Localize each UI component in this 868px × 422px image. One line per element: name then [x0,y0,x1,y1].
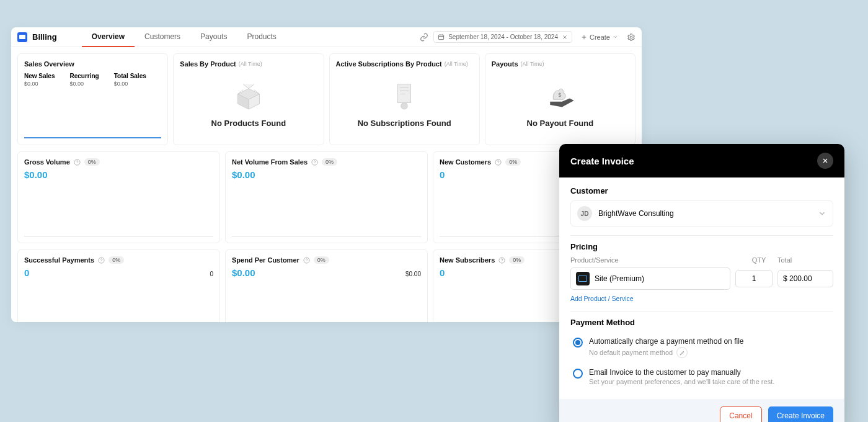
card-title: Payouts [492,60,518,68]
customer-name: BrightWave Consulting [598,209,812,218]
svg-point-1 [630,36,632,38]
metric-value: $0.00 [232,267,255,278]
help-icon[interactable] [311,159,318,166]
card-successful-payments: Successful Payments0% 00 [17,249,220,322]
plus-icon [581,34,587,40]
card-title: New Customers [440,158,491,166]
empty-text: No Payout Found [527,119,594,128]
metric-sub: $0.00 [405,271,421,277]
radio-label: Automatically charge a payment method on… [589,337,743,346]
total-sales-value: $0.00 [114,81,146,87]
svg-text:$: $ [559,91,562,97]
cancel-button[interactable]: Cancel [720,406,761,422]
create-invoice-modal: Create Invoice Customer JD BrightWave Co… [559,144,844,422]
calendar-icon [438,34,445,40]
help-icon[interactable] [98,257,105,264]
card-gross-volume: Gross Volume0% $0.00 [17,151,220,243]
tab-payouts[interactable]: Payouts [190,27,237,47]
badge: 0% [509,256,525,264]
create-button[interactable]: Create [577,32,622,43]
receipt-icon [386,79,423,114]
add-product-link[interactable]: Add Product / Service [570,295,833,302]
customer-select[interactable]: JD BrightWave Consulting [570,200,833,227]
product-name: Site (Premium) [595,274,644,283]
create-invoice-button[interactable]: Create Invoice [768,406,833,422]
card-title: New Subscribers [440,256,495,264]
help-icon[interactable] [498,257,505,264]
avatar: JD [577,206,592,221]
svg-rect-0 [439,35,444,39]
total-input[interactable] [777,270,833,287]
modal-header: Create Invoice [559,144,844,177]
empty-text: No Subscriptions Found [358,119,451,128]
card-title: Gross Volume [24,158,70,166]
payment-method-label: Payment Method [570,318,833,327]
badge: 0% [322,158,337,166]
tab-overview[interactable]: Overview [82,27,135,47]
recurring-value: $0.00 [69,81,99,87]
new-sales-label: New Sales [24,73,55,79]
help-icon[interactable] [74,159,81,166]
tab-customers[interactable]: Customers [135,27,190,47]
close-icon [822,157,829,164]
qty-input[interactable] [735,270,773,287]
badge: 0% [108,256,124,264]
svg-point-3 [401,102,408,109]
card-title: Sales Overview [24,60,161,68]
gear-icon[interactable] [627,33,636,42]
product-icon [576,272,590,285]
svg-rect-2 [398,84,411,102]
badge: 0% [314,256,329,264]
radio-icon [573,338,583,348]
radio-label: Email Invoice to the customer to pay man… [589,368,774,377]
app-window: Billing Overview Customers Payouts Produ… [11,27,642,322]
card-tag: (All Time) [521,61,544,67]
card-title: Successful Payments [24,256,94,264]
modal-footer: Cancel Create Invoice [559,399,844,422]
card-title: Net Volume From Sales [232,158,308,166]
product-select[interactable]: Site (Premium) [570,267,730,290]
card-title: Spend Per Customer [232,256,299,264]
badge: 0% [505,158,521,166]
close-icon[interactable] [562,34,568,40]
total-sales-label: Total Sales [114,73,146,79]
chart-line [24,236,213,236]
card-title: Active Subscriptions By Product [336,60,442,68]
chevron-down-icon [818,209,826,218]
col-product: Product/Service [570,256,740,264]
nav-tabs: Overview Customers Payouts Products [82,27,286,47]
date-range-picker[interactable]: September 18, 2024 - October 18, 2024 [433,31,572,43]
tab-products[interactable]: Products [237,27,286,47]
help-icon[interactable] [303,257,310,264]
customer-label: Customer [570,186,833,195]
money-hand-icon: $ [541,79,578,114]
edit-button[interactable] [676,347,688,358]
topbar: Billing Overview Customers Payouts Produ… [11,27,642,47]
help-icon[interactable] [495,159,502,166]
card-tag: (All Time) [445,61,468,67]
app-title: Billing [32,32,57,42]
metric-value: 0 [24,267,29,278]
chevron-down-icon [613,34,618,40]
app-logo-icon [17,32,27,42]
metric-value: $0.00 [24,169,213,180]
pencil-icon [680,350,685,356]
payment-method-auto[interactable]: Automatically charge a payment method on… [570,332,833,363]
card-spend-per-customer: Spend Per Customer0% $0.00$0.00 [225,249,428,322]
link-icon[interactable] [420,33,428,42]
card-payouts: Payouts(All Time) $ No Payout Found [485,53,636,145]
close-button[interactable] [817,153,833,169]
recurring-label: Recurring [69,73,99,79]
radio-icon [573,369,583,379]
card-net-volume: Net Volume From Sales0% $0.00 [225,151,428,243]
card-sales-by-product: Sales By Product(All Time) No Products F… [173,53,324,145]
metric-value: $0.00 [232,169,421,180]
radio-sub: No default payment method [589,349,673,356]
chart-line [232,236,421,236]
modal-title: Create Invoice [570,156,634,166]
card-tag: (All Time) [239,61,262,67]
radio-sub: Set your payment preferences, and we'll … [589,378,774,385]
new-sales-value: $0.00 [24,81,55,87]
box-icon [230,79,267,114]
payment-method-email[interactable]: Email Invoice to the customer to pay man… [570,363,833,390]
